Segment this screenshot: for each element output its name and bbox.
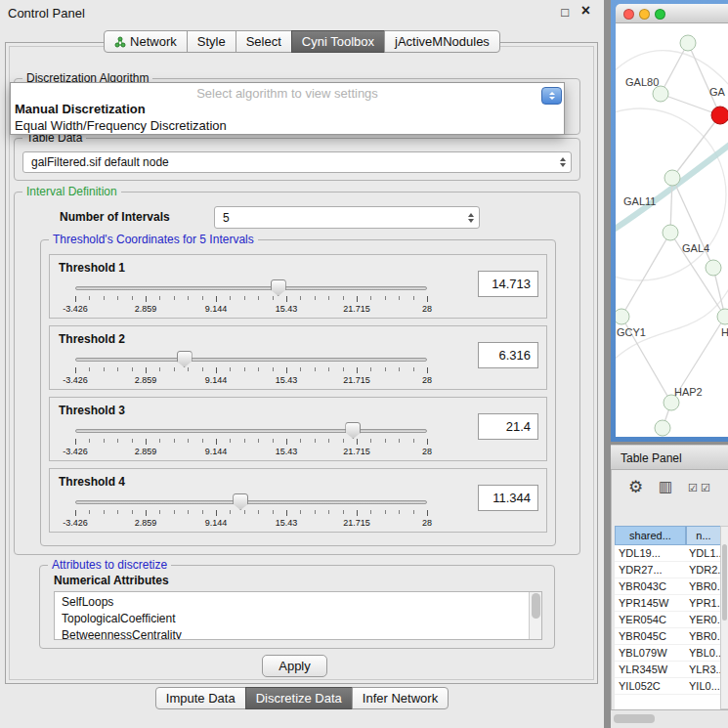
number-of-intervals-combobox[interactable]: 5: [214, 206, 480, 229]
network-canvas[interactable]: GAL80GAGAL11GAL4GCY1HHAP2: [616, 23, 728, 437]
table-row[interactable]: YLR345WYLR3...: [615, 662, 720, 678]
network-node[interactable]: [664, 170, 680, 186]
scrollbar-thumb[interactable]: [614, 714, 655, 723]
tab-discretize-data[interactable]: Discretize Data: [245, 687, 353, 709]
threshold-value-field[interactable]: 21.4: [478, 413, 538, 440]
algorithm-option-equal-width[interactable]: Equal Width/Frequency Discretization: [15, 118, 227, 133]
slider-thumb[interactable]: [233, 493, 248, 510]
network-node[interactable]: [653, 86, 668, 102]
slider-track[interactable]: [75, 358, 427, 362]
threshold-slider[interactable]: -3.4262.8599.14415.4321.71528: [58, 421, 478, 460]
numerical-attributes-list[interactable]: SelfLoopsTopologicalCoefficientBetweenne…: [54, 591, 542, 640]
selected-network-node[interactable]: [711, 107, 728, 124]
slider-tick: [427, 510, 428, 516]
slider-scale-label: 2.859: [135, 375, 157, 385]
table-row[interactable]: YDR27...YDR2...: [615, 562, 720, 578]
tab-select[interactable]: Select: [236, 30, 292, 53]
cell-shared-name: YBR045C: [619, 630, 687, 642]
threshold-value-field[interactable]: 11.344: [478, 485, 538, 511]
slider-tick: [202, 296, 203, 300]
threshold-slider[interactable]: -3.4262.8599.14415.4321.71528: [58, 350, 478, 389]
slider-tick: [216, 367, 217, 373]
minimize-window-light[interactable]: [639, 9, 650, 20]
slider-tick: [273, 510, 274, 514]
slider-tick: [132, 439, 133, 443]
table-horizontal-scrollbar[interactable]: [611, 709, 728, 728]
table-row[interactable]: YBL079WYBL0...: [615, 645, 720, 662]
table-row[interactable]: YBR043CYBR0...: [615, 578, 720, 595]
table-row[interactable]: YER054CYER0...: [615, 612, 720, 628]
select-all-checkbox-icon[interactable]: ☑: [688, 482, 698, 494]
network-node[interactable]: [717, 309, 728, 324]
slider-tick: [343, 296, 344, 300]
float-panel-icon[interactable]: □: [561, 5, 569, 20]
slider-tick: [300, 367, 301, 371]
attributes-scrollbar[interactable]: [529, 592, 541, 639]
network-node[interactable]: [663, 225, 678, 240]
table-row[interactable]: YIL052CYIL0...: [615, 678, 720, 695]
select-rows-checkbox-icon[interactable]: ☑: [701, 482, 710, 494]
slider-track[interactable]: [75, 286, 427, 290]
combobox-arrows-button[interactable]: [541, 87, 562, 105]
tab-impute-data[interactable]: Impute Data: [155, 687, 246, 709]
slider-tick: [413, 510, 414, 514]
scrollbar-thumb[interactable]: [532, 593, 540, 619]
slider-tick: [385, 367, 386, 371]
table-data-combobox[interactable]: galFiltered.sif default node: [22, 151, 572, 173]
table-panel-body: ⚙ ▥ ☑ ☑ shared...n... YDL19...YDL1...YDR…: [611, 470, 728, 709]
slider-tick: [146, 439, 147, 445]
apply-button[interactable]: Apply: [262, 655, 327, 677]
attribute-list-item[interactable]: BetweennessCentrality: [55, 627, 541, 640]
tab-label: Infer Network: [363, 691, 438, 706]
numerical-attributes-heading: Numerical Attributes: [54, 574, 169, 587]
close-window-light[interactable]: [623, 9, 634, 20]
gear-icon[interactable]: ⚙: [628, 477, 643, 497]
threshold-value-field[interactable]: 14.713: [478, 271, 538, 297]
tab-cyni-toolbox[interactable]: Cyni Toolbox: [291, 30, 385, 53]
slider-tick: [188, 367, 189, 371]
slider-tick: [328, 367, 329, 371]
algorithm-option-manual[interactable]: Manual Discretization: [15, 102, 146, 116]
threshold-slider[interactable]: -3.4262.8599.14415.4321.71528: [58, 492, 478, 532]
slider-tick: [244, 367, 245, 371]
slider-thumb[interactable]: [345, 422, 361, 439]
threshold-panel: Threshold 1-3.4262.8599.14415.4321.71528…: [49, 254, 547, 319]
slider-thumb[interactable]: [177, 351, 193, 367]
slider-tick: [146, 296, 147, 302]
slider-scale-label: 9.144: [205, 375, 228, 385]
network-node[interactable]: [616, 309, 629, 324]
table-row[interactable]: YPR145WYPR1...: [615, 595, 720, 612]
tab-style[interactable]: Style: [187, 30, 236, 53]
tab-label: Network: [130, 34, 177, 49]
table-panel-header[interactable]: Table Panel: [611, 445, 728, 470]
slider-tick: [202, 510, 203, 514]
threshold-value-field[interactable]: 6.316: [478, 342, 538, 368]
column-header[interactable]: shared...: [615, 526, 686, 545]
column-header[interactable]: n...: [686, 526, 721, 545]
table-row[interactable]: YBR045CYBR0...: [615, 628, 720, 645]
network-node[interactable]: [680, 35, 696, 51]
slider-tick: [357, 367, 358, 373]
network-node[interactable]: [706, 260, 721, 276]
slider-track[interactable]: [75, 500, 427, 504]
network-window-titlebar[interactable]: [616, 4, 728, 23]
cell-shared-name: YBR043C: [619, 580, 687, 592]
table-vertical-scrollbar[interactable]: [720, 526, 728, 709]
slider-thumb[interactable]: [271, 279, 286, 296]
tab-jactivemnodules[interactable]: jActiveMNodules: [384, 30, 500, 53]
scrollbar-thumb[interactable]: [722, 544, 727, 621]
slider-scale-label: -3.426: [63, 447, 88, 456]
tab-network[interactable]: Network: [104, 30, 188, 53]
top-tab-bar: NetworkStyleSelectCyni ToolboxjActiveMNo…: [0, 30, 604, 53]
zoom-window-light[interactable]: [655, 9, 665, 20]
close-panel-icon[interactable]: ×: [581, 2, 590, 20]
attribute-list-item[interactable]: TopologicalCoefficient: [55, 611, 541, 627]
threshold-slider[interactable]: -3.4262.8599.14415.4321.71528: [58, 278, 478, 318]
attribute-list-item[interactable]: SelfLoops: [55, 594, 541, 611]
slider-tick: [315, 510, 316, 514]
columns-icon[interactable]: ▥: [659, 478, 672, 495]
table-row[interactable]: YDL19...YDL1...: [615, 545, 720, 562]
slider-track[interactable]: [75, 429, 427, 433]
network-node[interactable]: [655, 420, 670, 436]
tab-infer-network[interactable]: Infer Network: [352, 687, 449, 709]
